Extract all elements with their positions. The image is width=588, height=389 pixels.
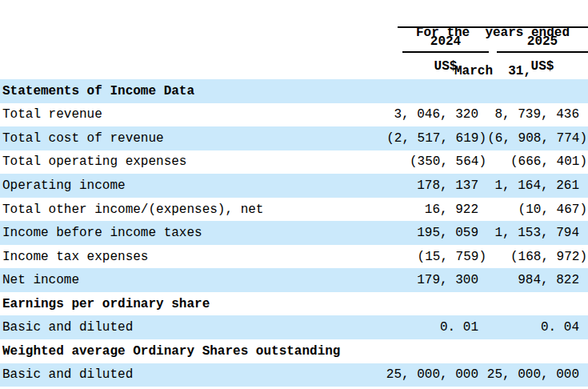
value-2025: (168, 972) <box>486 250 587 264</box>
table-row: Statements of Income Data <box>0 79 588 103</box>
table-row: Basic and diluted0. 010. 04 <box>0 315 588 339</box>
table-row: Basic and diluted25, 000, 00025, 000, 00… <box>0 363 588 387</box>
table-row: Weighted average Ordinary Shares outstan… <box>0 339 588 363</box>
value-2025: 25, 000, 000 <box>486 367 587 382</box>
row-label: Total cost of revenue <box>0 131 386 146</box>
table-row: Income tax expenses(15, 759)(168, 972) <box>0 245 588 269</box>
value-2025: 8, 739, 436 <box>486 107 587 122</box>
table-row: Operating income178, 1371, 164, 261 <box>0 174 588 198</box>
table-row: Total cost of revenue(2, 517, 619)(6, 90… <box>0 126 588 150</box>
row-label: Weighted average Ordinary Shares outstan… <box>0 344 386 359</box>
row-label: Income before income taxes <box>0 226 386 240</box>
value-2025: (10, 467) <box>486 203 587 217</box>
column-header-year-2024: 2024 <box>402 34 489 49</box>
table-row: Total operating expenses(350, 564)(666, … <box>0 150 588 174</box>
header-rule <box>398 26 588 28</box>
value-2025: (6, 908, 774) <box>486 131 587 146</box>
value-2024: 3, 046, 320 <box>386 107 486 122</box>
currency-label-2025: US$ <box>497 59 588 74</box>
value-2025: 0. 04 <box>486 320 587 335</box>
value-2025: 1, 153, 794 <box>486 226 587 240</box>
value-2024: 16, 922 <box>386 203 486 217</box>
value-2024: 178, 137 <box>386 178 486 193</box>
value-2024: 25, 000, 000 <box>386 367 486 382</box>
value-2025: (666, 401) <box>486 154 587 169</box>
value-2024: 179, 300 <box>386 273 486 287</box>
row-label: Net income <box>0 273 386 287</box>
row-label: Income tax expenses <box>0 250 386 264</box>
table-row: Total revenue3, 046, 3208, 739, 436 <box>0 103 588 127</box>
value-2025: 1, 164, 261 <box>486 178 587 193</box>
row-label: Basic and diluted <box>0 367 386 382</box>
table-row: Income before income taxes195, 0591, 153… <box>0 221 588 245</box>
column-header-year-2025: 2025 <box>497 34 588 49</box>
value-2024: (2, 517, 619) <box>386 131 486 146</box>
value-2024: 195, 059 <box>386 226 486 240</box>
table-row: Total other income/(expenses), net16, 92… <box>0 198 588 222</box>
value-2024: (15, 759) <box>386 250 486 264</box>
currency-label-2024: US$ <box>402 59 489 74</box>
row-label: Operating income <box>0 178 386 193</box>
value-2025: 984, 822 <box>486 273 587 287</box>
row-label: Total operating expenses <box>0 154 386 169</box>
table-row: Net income179, 300984, 822 <box>0 268 588 292</box>
row-label: Basic and diluted <box>0 320 386 335</box>
table-body: Statements of Income DataTotal revenue3,… <box>0 79 588 387</box>
table-row: Earnings per ordinary share <box>0 292 588 316</box>
column-rule-2024 <box>402 51 489 53</box>
value-2024: (350, 564) <box>386 154 486 169</box>
value-2024: 0. 01 <box>386 320 486 335</box>
column-rule-2025 <box>497 51 588 53</box>
row-label: Statements of Income Data <box>0 84 386 98</box>
income-statement-table: For the years ended March 31, 2024 2025 … <box>0 0 588 389</box>
row-label: Total revenue <box>0 107 386 122</box>
row-label: Total other income/(expenses), net <box>0 203 386 217</box>
row-label: Earnings per ordinary share <box>0 297 386 311</box>
